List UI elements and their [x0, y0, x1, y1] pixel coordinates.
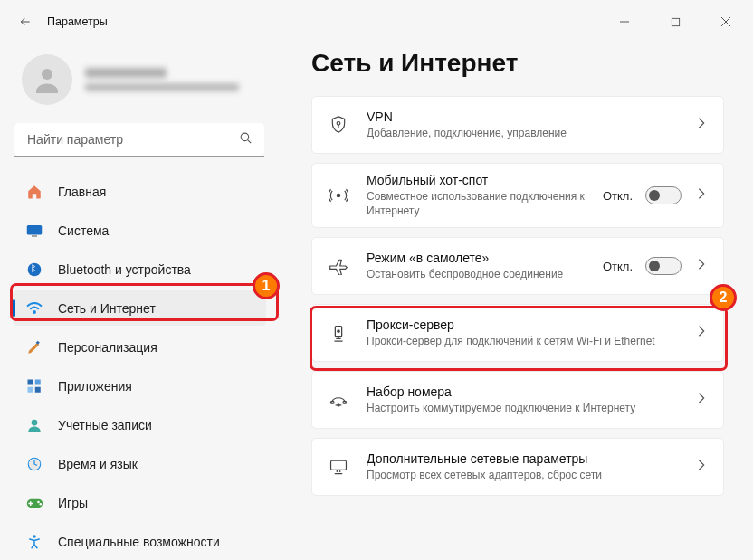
card-subtitle: Просмотр всех сетевых адаптеров, сброс с… — [367, 468, 696, 482]
status-text: Откл. — [603, 260, 633, 273]
apps-icon — [25, 377, 43, 395]
main-content: Сеть и Интернет VPNДобавление, подключен… — [279, 43, 753, 560]
annotation-badge-1: 1 — [253, 272, 280, 299]
nav-label: Приложения — [58, 379, 132, 394]
account-block[interactable] — [13, 43, 266, 119]
card-subtitle: Прокси-сервер для подключений к сетям Wi… — [367, 334, 696, 348]
card-title: Мобильный хот-спот — [367, 173, 603, 187]
airplane-icon — [325, 257, 352, 275]
sidebar: Главная Система Bluetooth и устройства С… — [0, 43, 279, 560]
nav-item-personalization[interactable]: Персонализация — [13, 329, 266, 365]
clock-globe-icon — [25, 455, 43, 473]
chevron-right-icon — [696, 187, 707, 204]
svg-rect-4 — [32, 235, 37, 237]
page-title: Сеть и Интернет — [311, 49, 724, 78]
accessibility-icon — [25, 533, 43, 551]
chevron-right-icon — [696, 392, 707, 408]
minimize-button[interactable] — [608, 7, 641, 36]
monitor-network-icon — [325, 458, 352, 476]
nav-label: Специальные возможности — [58, 535, 220, 549]
hotspot-icon — [325, 187, 352, 204]
status-text: Откл. — [603, 189, 633, 203]
toggle-switch[interactable] — [645, 257, 682, 275]
card-vpn[interactable]: VPNДобавление, подключение, управление — [311, 96, 724, 154]
svg-point-17 — [33, 536, 36, 539]
chevron-right-icon — [696, 325, 707, 341]
close-button[interactable] — [710, 7, 742, 36]
brush-icon — [25, 338, 43, 356]
card-airplane[interactable]: Режим «в самолете»Остановить беспроводно… — [311, 237, 724, 295]
card-title: Дополнительные сетевые параметры — [367, 451, 696, 466]
maximize-button[interactable] — [659, 7, 691, 36]
svg-rect-0 — [672, 18, 679, 25]
search-input[interactable] — [14, 123, 264, 156]
nav-label: Учетные записи — [58, 418, 152, 432]
home-icon — [25, 183, 43, 201]
svg-rect-8 — [28, 380, 33, 385]
game-icon — [25, 494, 43, 512]
svg-point-19 — [337, 194, 339, 196]
card-hotspot[interactable]: Мобильный хот-спотСовместное использован… — [311, 163, 724, 228]
svg-rect-9 — [35, 380, 41, 385]
chevron-right-icon — [696, 117, 707, 133]
chevron-right-icon — [696, 258, 707, 274]
phone-icon — [325, 391, 352, 409]
card-proxy[interactable]: Прокси-серверПрокси-сервер для подключен… — [311, 304, 724, 362]
card-title: Прокси-сервер — [367, 318, 696, 332]
titlebar: Параметры — [0, 0, 753, 43]
svg-point-16 — [39, 503, 42, 506]
card-subtitle: Совместное использование подключения к И… — [367, 189, 603, 218]
shield-icon — [325, 115, 352, 135]
nav-label: Главная — [58, 185, 106, 199]
proxy-icon — [325, 323, 352, 343]
nav-label: Система — [58, 223, 109, 238]
svg-point-6 — [33, 310, 36, 314]
svg-rect-10 — [28, 387, 33, 393]
search-wrap — [13, 123, 266, 156]
svg-point-1 — [42, 69, 52, 80]
nav-label: Игры — [58, 496, 88, 510]
svg-rect-11 — [35, 387, 41, 393]
svg-point-15 — [37, 500, 40, 503]
svg-point-24 — [338, 404, 339, 406]
person-icon — [25, 416, 43, 434]
card-subtitle: Остановить беспроводное соединение — [367, 267, 603, 281]
nav-item-gaming[interactable]: Игры — [13, 486, 266, 521]
nav-item-accounts[interactable]: Учетные записи — [13, 408, 266, 443]
nav-label: Bluetooth и устройства — [58, 262, 191, 277]
svg-point-21 — [338, 330, 339, 332]
card-advanced-network[interactable]: Дополнительные сетевые параметрыПросмотр… — [311, 438, 724, 496]
svg-rect-25 — [331, 461, 347, 470]
toggle-switch[interactable] — [645, 186, 682, 204]
svg-point-18 — [337, 122, 340, 126]
svg-rect-23 — [343, 402, 346, 404]
nav-label: Время и язык — [58, 457, 138, 471]
nav-label: Персонализация — [58, 340, 157, 355]
card-dialup[interactable]: Набор номераНастроить коммутируемое подк… — [311, 371, 724, 429]
nav-item-time-language[interactable]: Время и язык — [13, 447, 266, 482]
nav-item-network[interactable]: Сеть и Интернет — [13, 290, 266, 326]
card-subtitle: Добавление, подключение, управление — [367, 126, 696, 140]
back-button[interactable] — [11, 7, 40, 36]
nav-item-apps[interactable]: Приложения — [13, 368, 266, 403]
search-icon — [238, 130, 253, 149]
nav-item-bluetooth[interactable]: Bluetooth и устройства — [13, 252, 266, 287]
wifi-icon — [25, 299, 43, 318]
card-title: Набор номера — [367, 384, 696, 399]
nav-item-system[interactable]: Система — [13, 213, 266, 248]
nav-label: Сеть и Интернет — [58, 301, 156, 316]
nav-item-home[interactable]: Главная — [13, 174, 266, 209]
svg-point-2 — [241, 133, 249, 141]
svg-rect-3 — [27, 225, 43, 235]
svg-point-12 — [32, 420, 38, 426]
window-title: Параметры — [47, 15, 108, 28]
nav-item-accessibility[interactable]: Специальные возможности — [13, 525, 266, 560]
svg-rect-22 — [331, 402, 334, 404]
chevron-right-icon — [696, 459, 707, 475]
avatar — [22, 54, 72, 105]
annotation-badge-2: 2 — [710, 284, 737, 311]
card-title: Режим «в самолете» — [367, 251, 603, 265]
system-icon — [25, 222, 43, 240]
bluetooth-icon — [25, 261, 43, 279]
card-subtitle: Настроить коммутируемое подключение к Ин… — [367, 401, 696, 415]
